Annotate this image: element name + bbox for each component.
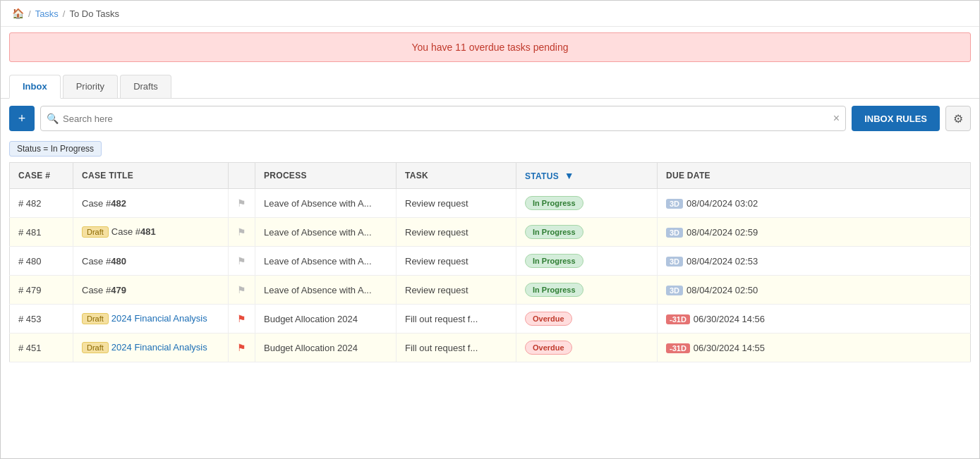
tab-drafts[interactable]: Drafts [120, 75, 171, 98]
cell-task: Fill out request f... [397, 305, 516, 333]
cell-case-num: # 479 [10, 276, 73, 305]
days-badge: -31D [666, 314, 690, 324]
cell-task: Review request [397, 247, 516, 276]
search-icon: 🔍 [47, 113, 59, 124]
cell-task: Review request [397, 189, 516, 218]
cell-flag[interactable]: ⚑ [229, 305, 255, 333]
search-clear-icon[interactable]: × [833, 112, 840, 125]
add-button[interactable]: + [9, 106, 35, 131]
col-case-title: CASE TITLE [73, 163, 229, 189]
cell-case-num: # 480 [10, 247, 73, 276]
status-badge: Overdue [525, 341, 572, 355]
col-due-date: DUE DATE [658, 163, 971, 189]
cell-flag[interactable]: ⚑ [229, 189, 255, 218]
cell-flag[interactable]: ⚑ [229, 218, 255, 247]
filter-funnel-icon[interactable]: ▼ [564, 170, 574, 181]
col-task: TASK [397, 163, 516, 189]
tabs-container: Inbox Priority Drafts [1, 68, 979, 99]
search-input[interactable] [63, 114, 833, 124]
cell-process: Budget Allocation 2024 [255, 333, 397, 362]
status-badge: In Progress [525, 283, 583, 297]
breadcrumb-sep-1: / [28, 8, 31, 19]
cell-process: Leave of Absence with A... [255, 276, 397, 305]
table-container: CASE # CASE TITLE PROCESS TASK STATUS ▼ … [1, 162, 979, 362]
app-container: 🏠 / Tasks / To Do Tasks You have 11 over… [0, 0, 980, 459]
case-title-link[interactable]: 2024 Financial Analysis [111, 313, 207, 324]
due-date-text: 08/04/2024 02:59 [686, 227, 758, 238]
cell-due-date: -31D06/30/2024 14:55 [658, 333, 971, 362]
cell-flag[interactable]: ⚑ [229, 247, 255, 276]
tab-priority[interactable]: Priority [63, 75, 118, 98]
col-status[interactable]: STATUS ▼ [516, 163, 658, 189]
cell-process: Leave of Absence with A... [255, 247, 397, 276]
col-process: PROCESS [255, 163, 397, 189]
cell-status: In Progress [516, 189, 658, 218]
case-title-text: Case #479 [82, 285, 126, 295]
gear-button[interactable]: ⚙ [945, 106, 971, 131]
due-date-text: 08/04/2024 03:02 [686, 198, 758, 209]
case-title-link[interactable]: 2024 Financial Analysis [111, 342, 207, 353]
alert-text: You have 11 overdue tasks pending [411, 42, 568, 53]
tab-inbox[interactable]: Inbox [9, 75, 61, 99]
cell-due-date: 3D08/04/2024 02:59 [658, 218, 971, 247]
breadcrumb-tasks[interactable]: Tasks [35, 8, 59, 19]
search-wrapper: 🔍 × [40, 106, 846, 131]
cell-case-num: # 453 [10, 305, 73, 333]
table-row: # 453Draft2024 Financial Analysis⚑Budget… [10, 305, 971, 333]
cell-case-title[interactable]: Case #480 [73, 247, 229, 276]
cell-task: Fill out request f... [397, 333, 516, 362]
days-badge: 3D [666, 228, 683, 238]
cell-process: Leave of Absence with A... [255, 218, 397, 247]
cell-case-num: # 451 [10, 333, 73, 362]
tasks-table: CASE # CASE TITLE PROCESS TASK STATUS ▼ … [9, 162, 971, 362]
flag-icon[interactable]: ⚑ [237, 197, 246, 209]
col-flag [229, 163, 255, 189]
gear-icon: ⚙ [953, 112, 963, 126]
cell-case-title[interactable]: Case #479 [73, 276, 229, 305]
draft-badge: Draft [82, 226, 109, 238]
case-title-text: Case #482 [82, 198, 126, 209]
flag-red-icon[interactable]: ⚑ [237, 342, 246, 353]
cell-case-title[interactable]: Draft2024 Financial Analysis [73, 333, 229, 362]
alert-banner: You have 11 overdue tasks pending [9, 32, 971, 62]
cell-case-title[interactable]: Draft2024 Financial Analysis [73, 305, 229, 333]
due-date-text: 06/30/2024 14:55 [694, 343, 765, 353]
flag-icon[interactable]: ⚑ [237, 284, 246, 295]
inbox-rules-button[interactable]: INBOX RULES [852, 106, 940, 131]
filter-tags: Status = In Progress [1, 138, 979, 162]
cell-due-date: 3D08/04/2024 03:02 [658, 189, 971, 218]
table-header-row: CASE # CASE TITLE PROCESS TASK STATUS ▼ … [10, 163, 971, 189]
breadcrumb: 🏠 / Tasks / To Do Tasks [1, 1, 979, 27]
cell-case-title[interactable]: Case #482 [73, 189, 229, 218]
status-badge: In Progress [525, 196, 583, 210]
home-icon[interactable]: 🏠 [12, 8, 24, 19]
due-date-text: 08/04/2024 02:53 [686, 256, 758, 267]
status-badge: In Progress [525, 225, 583, 239]
table-row: # 451Draft2024 Financial Analysis⚑Budget… [10, 333, 971, 362]
case-title-text: Case #480 [82, 256, 126, 267]
cell-flag[interactable]: ⚑ [229, 333, 255, 362]
days-badge: 3D [666, 199, 683, 209]
cell-due-date: -31D06/30/2024 14:56 [658, 305, 971, 333]
cell-flag[interactable]: ⚑ [229, 276, 255, 305]
case-title-text: Case #481 [111, 226, 156, 237]
cell-process: Budget Allocation 2024 [255, 305, 397, 333]
cell-case-num: # 481 [10, 218, 73, 247]
flag-icon[interactable]: ⚑ [237, 255, 246, 267]
table-row: # 480Case #480⚑Leave of Absence with A..… [10, 247, 971, 276]
flag-icon[interactable]: ⚑ [237, 226, 246, 238]
breadcrumb-sep-2: / [63, 8, 66, 19]
filter-tag-status[interactable]: Status = In Progress [9, 141, 102, 157]
due-date-text: 08/04/2024 02:50 [686, 285, 758, 295]
cell-due-date: 3D08/04/2024 02:53 [658, 247, 971, 276]
due-date-text: 06/30/2024 14:56 [694, 314, 765, 324]
cell-task: Review request [397, 276, 516, 305]
table-row: # 481DraftCase #481⚑Leave of Absence wit… [10, 218, 971, 247]
cell-case-title[interactable]: DraftCase #481 [73, 218, 229, 247]
cell-due-date: 3D08/04/2024 02:50 [658, 276, 971, 305]
cell-status: Overdue [516, 333, 658, 362]
draft-badge: Draft [82, 313, 109, 324]
flag-red-icon[interactable]: ⚑ [237, 313, 246, 324]
draft-badge: Draft [82, 342, 109, 353]
status-badge: Overdue [525, 312, 572, 326]
